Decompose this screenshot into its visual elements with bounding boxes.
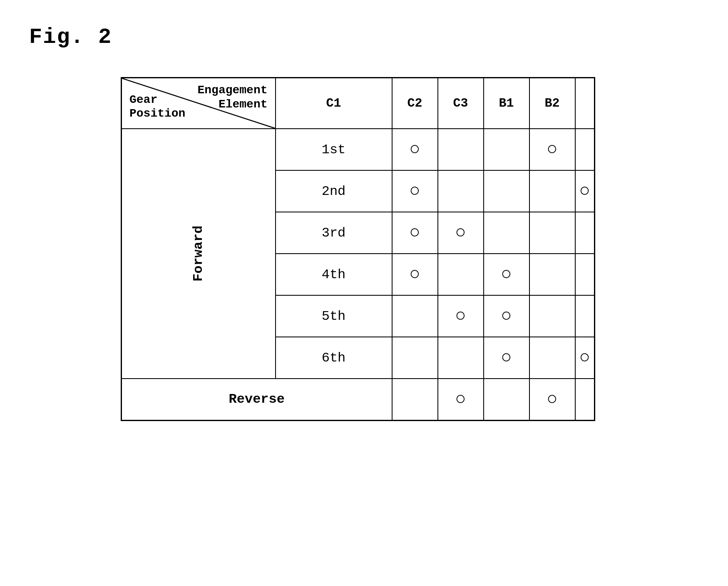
cell-3rd-c2: ○: [438, 212, 484, 254]
cell-1st-c3: [484, 129, 529, 170]
col-header-c1: C1: [276, 78, 392, 129]
cell-2nd-c3: [484, 170, 529, 212]
main-table-container: EngagementElement GearPosition C1 C2 C3 …: [121, 77, 595, 421]
col-header-b1: B1: [484, 78, 529, 129]
cell-4th-b2: [575, 254, 595, 295]
cell-6th-b1: [529, 337, 575, 379]
cell-6th-c2: [438, 337, 484, 379]
circle-icon: ○: [501, 349, 512, 367]
cell-2nd-b1: [529, 170, 575, 212]
header-row: EngagementElement GearPosition C1 C2 C3 …: [122, 78, 595, 129]
cell-5th-b1: [529, 295, 575, 337]
circle-icon: ○: [501, 265, 512, 284]
cell-2nd-c2: [438, 170, 484, 212]
cell-5th-b2: [575, 295, 595, 337]
gear-5th-label: 5th: [276, 295, 392, 337]
cell-rev-c2: ○: [438, 379, 484, 420]
forward-label: Forward: [122, 129, 276, 379]
circle-icon: ○: [409, 224, 420, 242]
cell-5th-c1: [392, 295, 438, 337]
circle-icon: ○: [455, 307, 466, 325]
col-header-b2: B2: [529, 78, 575, 129]
cell-1st-c1: ○: [392, 129, 438, 170]
cell-5th-c2: ○: [438, 295, 484, 337]
cell-4th-c3: ○: [484, 254, 529, 295]
cell-2nd-b2: ○: [575, 170, 595, 212]
table-row: Forward 1st ○ ○: [122, 129, 595, 170]
gear-engagement-table: EngagementElement GearPosition C1 C2 C3 …: [121, 77, 595, 421]
circle-icon: ○: [501, 307, 512, 325]
corner-cell: EngagementElement GearPosition: [122, 78, 276, 129]
cell-3rd-c3: [484, 212, 529, 254]
reverse-row: Reverse ○ ○: [122, 379, 595, 420]
reverse-label: Reverse: [122, 379, 392, 420]
cell-1st-b2: [575, 129, 595, 170]
gear-4th-label: 4th: [276, 254, 392, 295]
col-header-c3: C3: [438, 78, 484, 129]
cell-rev-c3: [484, 379, 529, 420]
gear-1st-label: 1st: [276, 129, 392, 170]
cell-2nd-c1: ○: [392, 170, 438, 212]
engagement-label: EngagementElement: [197, 83, 267, 111]
gear-3rd-label: 3rd: [276, 212, 392, 254]
cell-4th-c1: ○: [392, 254, 438, 295]
gear-position-label: GearPosition: [129, 93, 185, 121]
cell-4th-b1: [529, 254, 575, 295]
cell-4th-c2: [438, 254, 484, 295]
cell-rev-b1: ○: [529, 379, 575, 420]
gear-2nd-label: 2nd: [276, 170, 392, 212]
circle-icon: ○: [409, 265, 420, 284]
col-header-c2: C2: [392, 78, 438, 129]
cell-3rd-b1: [529, 212, 575, 254]
cell-6th-c3: ○: [484, 337, 529, 379]
circle-icon: ○: [579, 349, 590, 367]
circle-icon: ○: [547, 140, 557, 159]
circle-icon: ○: [409, 182, 420, 200]
circle-icon: ○: [579, 182, 590, 200]
circle-icon: ○: [455, 224, 466, 242]
cell-1st-b1: ○: [529, 129, 575, 170]
cell-1st-c2: [438, 129, 484, 170]
cell-5th-c3: ○: [484, 295, 529, 337]
cell-6th-b2: ○: [575, 337, 595, 379]
cell-rev-b2: [575, 379, 595, 420]
circle-icon: ○: [409, 140, 420, 159]
figure-title: Fig. 2: [29, 25, 112, 50]
cell-rev-c1: [392, 379, 438, 420]
cell-6th-c1: [392, 337, 438, 379]
circle-icon: ○: [455, 390, 466, 409]
circle-icon: ○: [547, 390, 557, 409]
gear-6th-label: 6th: [276, 337, 392, 379]
cell-3rd-b2: [575, 212, 595, 254]
cell-3rd-c1: ○: [392, 212, 438, 254]
